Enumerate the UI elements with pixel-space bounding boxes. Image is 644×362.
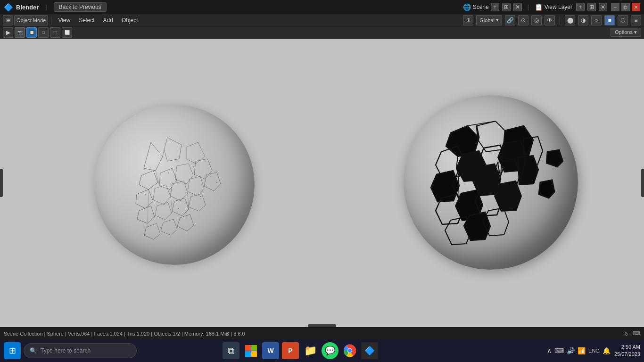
tray-volume-icon[interactable]: 📶 (578, 347, 586, 354)
options-button[interactable]: Options ▾ (611, 28, 641, 37)
layer-remove-button[interactable]: ✕ (599, 3, 607, 11)
app-icon: 🔷 (4, 3, 13, 12)
svg-rect-15 (251, 345, 257, 351)
global-select[interactable]: Global ▾ (476, 15, 502, 25)
status-mouse-icon: 🖱 (624, 331, 629, 337)
frame-icon2[interactable]: 🔲 (26, 27, 37, 38)
play-icon[interactable]: ▶ (3, 27, 13, 38)
scene-icon: 🌐 (463, 3, 471, 11)
word-app[interactable]: W (262, 342, 279, 359)
timeline-bar: ▶ 📷 🔲 □ ⬚ ⬜ Options ▾ (0, 26, 644, 39)
timeline-icons: ▶ 📷 🔲 □ ⬚ ⬜ (3, 27, 72, 38)
bottom-panel-handle[interactable] (308, 324, 336, 327)
pivot-icon[interactable]: ◎ (531, 15, 542, 25)
svg-point-10 (160, 227, 161, 228)
tray-chevron-icon[interactable]: ∧ (547, 347, 552, 354)
view-layer-section: 📋 View Layer + ⊞ ✕ (535, 3, 607, 11)
scene-remove-button[interactable]: ✕ (513, 3, 522, 11)
layer-copy-button[interactable]: ⊞ (587, 3, 596, 11)
frame-icon4[interactable]: ⬚ (50, 27, 60, 38)
menu-separator (51, 16, 51, 25)
title-bar: 🔷 Blender | Back to Previous 🌐 Scene + ⊞… (0, 0, 644, 14)
blender-app[interactable]: 🔷 (361, 342, 378, 359)
view-layer-name: View Layer (545, 4, 572, 10)
start-button[interactable]: ⊞ (4, 342, 21, 359)
svg-point-8 (193, 166, 194, 167)
scene-copy-button[interactable]: ⊞ (502, 3, 511, 11)
minimize-button[interactable]: – (611, 3, 619, 11)
view-menu[interactable]: View (54, 16, 74, 25)
frame-icon1[interactable]: 📷 (15, 27, 25, 38)
scene-name: Scene (473, 4, 489, 10)
object-mode-select[interactable]: Object Mode (14, 15, 48, 25)
status-icons: 🖱 ⌨ (624, 330, 640, 337)
scene-add-button[interactable]: + (491, 3, 499, 11)
svg-point-7 (168, 173, 169, 173)
svg-line-5 (171, 197, 172, 211)
transform-icon[interactable]: ⊕ (463, 15, 473, 25)
snap-icon[interactable]: 🔗 (505, 15, 515, 25)
right-sep (560, 16, 560, 25)
object-menu[interactable]: Object (118, 16, 142, 25)
clock-time: 2:50 AM (614, 344, 640, 351)
search-icon: 🔍 (30, 347, 37, 354)
svg-point-9 (178, 208, 179, 209)
maximize-button[interactable]: □ (621, 3, 630, 11)
viewport-shading-icon1[interactable]: ⬤ (565, 15, 575, 25)
add-menu[interactable]: Add (99, 16, 117, 25)
sphere-right (404, 95, 578, 270)
editor-type-icon[interactable]: 🖥 (3, 15, 13, 25)
whatsapp-app[interactable]: 💬 (322, 342, 339, 359)
status-bar: Scene Collection | Sphere | Verts:964 | … (0, 327, 644, 339)
explorer-app[interactable]: 📁 (302, 342, 319, 359)
viewport-area (0, 39, 644, 327)
system-clock[interactable]: 2:50 AM 25/07/2023 (614, 344, 640, 358)
powerpoint-app[interactable]: P (282, 342, 299, 359)
viewport (0, 39, 644, 327)
svg-rect-16 (245, 351, 251, 357)
frame-icon5[interactable]: ⬜ (62, 27, 72, 38)
taskbar-apps: ⧉ W P 📁 💬 🔷 (223, 342, 378, 359)
select-menu[interactable]: Select (75, 16, 98, 25)
crack-overlay-right (404, 95, 578, 270)
tray-network-icon[interactable]: 🔊 (567, 347, 575, 354)
sphere-left (94, 105, 255, 265)
svg-line-0 (163, 149, 164, 156)
frame-icon3[interactable]: □ (38, 27, 49, 38)
close-button[interactable]: ✕ (632, 3, 640, 11)
svg-point-12 (145, 194, 146, 195)
back-to-previous-button[interactable]: Back to Previous (54, 2, 107, 12)
svg-rect-14 (245, 345, 251, 351)
tray-keyboard-icon: ⌨ (554, 347, 564, 354)
chrome-app[interactable] (341, 342, 358, 359)
status-keyboard-icon: ⌨ (633, 330, 640, 337)
viewport-shading-icon5[interactable]: ⬡ (618, 15, 628, 25)
tray-icons: ∧ ⌨ 🔊 📶 ENG 🔔 (547, 347, 611, 354)
svg-point-13 (216, 182, 217, 183)
viewport-shading-icon2[interactable]: ◑ (578, 15, 588, 25)
window-controls[interactable]: – □ ✕ (611, 3, 640, 11)
viewport-shading-icon3[interactable]: ○ (591, 15, 602, 25)
crack-overlay-left (94, 105, 255, 265)
scene-section: 🌐 Scene + ⊞ ✕ (463, 3, 522, 11)
title-left: 🔷 Blender | Back to Previous (4, 2, 459, 12)
system-tray: ∧ ⌨ 🔊 📶 ENG 🔔 2:50 AM 25/07/2023 (547, 344, 640, 358)
taskview-button[interactable]: ⧉ (223, 342, 239, 359)
right-panel-handle[interactable] (641, 169, 644, 197)
tray-lang[interactable]: ENG (588, 348, 600, 354)
store-app[interactable] (242, 342, 259, 359)
visibility-icon[interactable]: 👁 (545, 15, 555, 25)
svg-point-11 (200, 196, 201, 197)
viewport-settings-icon[interactable]: ≡ (631, 15, 641, 25)
scene-separator: | (528, 4, 529, 10)
header-bar: 🖥 Object Mode View Select Add Object ⊕ G… (0, 14, 644, 26)
viewport-shading-icon4[interactable]: ■ (604, 15, 615, 25)
svg-line-6 (148, 189, 149, 223)
proportional-edit-icon[interactable]: ⊙ (518, 15, 528, 25)
app-title: Blender (16, 4, 39, 11)
search-bar[interactable]: 🔍 Type here to search (24, 343, 137, 358)
left-panel-handle[interactable] (0, 169, 3, 197)
tray-notification-icon[interactable]: 🔔 (603, 347, 611, 354)
layer-add-button[interactable]: + (576, 3, 585, 11)
svg-point-20 (348, 349, 352, 353)
